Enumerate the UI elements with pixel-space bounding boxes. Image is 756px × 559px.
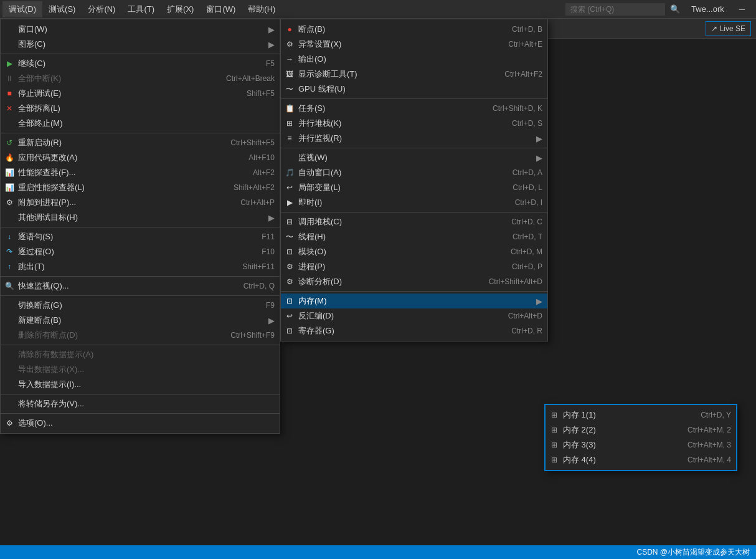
processes-icon: ⚙ <box>285 262 295 271</box>
live-share-button[interactable]: ↗ Live SE <box>706 21 751 36</box>
menu-other-targets[interactable]: 其他调试目标(H) ▶ <box>1 210 280 225</box>
separator-2 <box>1 133 280 133</box>
gpu-icon: 〜 <box>285 84 295 95</box>
menu-bar-right: 🔍 Twe...ork ─ <box>565 3 754 16</box>
status-bar: CSDN @小树苗渴望变成参天大树 <box>0 545 756 559</box>
wm-sep-1 <box>281 98 547 99</box>
wm-diagnostic-tools[interactable]: 🖼 显示诊断工具(T) Ctrl+Alt+F2 <box>281 67 547 82</box>
step-over-icon: ↷ <box>4 247 14 256</box>
menu-attach-process[interactable]: ⚙ 附加到进程(P)... Ctrl+Alt+P <box>1 195 280 210</box>
menu-delete-all-bp: 删除所有断点(D) Ctrl+Shift+F9 <box>1 328 280 343</box>
wm-output[interactable]: → 输出(O) <box>281 52 547 67</box>
menu-test[interactable]: 测试(S) <box>42 1 82 17</box>
wm-threads[interactable]: 〜 线程(H) Ctrl+D, T <box>281 229 547 244</box>
menu-help[interactable]: 帮助(H) <box>242 1 281 17</box>
search-input[interactable] <box>565 3 665 16</box>
menu-extend[interactable]: 扩展(X) <box>161 1 200 17</box>
menu-continue[interactable]: ▶ 继续(C) F5 <box>1 56 280 71</box>
wm-memory[interactable]: ⊡ 内存(M) ▶ <box>281 294 547 308</box>
wm-tasks[interactable]: 📋 任务(S) Ctrl+Shift+D, K <box>281 101 547 116</box>
step-into-icon: ↓ <box>4 232 14 241</box>
menu-quick-watch[interactable]: 🔍 快速监视(Q)... Ctrl+D, Q <box>1 279 280 294</box>
menu-save-dump[interactable]: 将转储另存为(V)... <box>1 396 280 411</box>
menu-window[interactable]: 窗口(W) <box>200 1 242 17</box>
menu-window-item[interactable]: 窗口(W) ▶ <box>1 22 280 37</box>
parallel-stack-icon: ⊞ <box>285 119 295 128</box>
memory-4[interactable]: ⊞ 内存 4(4) Ctrl+Alt+M, 4 <box>546 452 736 467</box>
menu-step-out[interactable]: ↑ 跳出(T) Shift+F11 <box>1 259 280 274</box>
menu-apply-code[interactable]: 🔥 应用代码更改(A) Alt+F10 <box>1 150 280 165</box>
memory-2[interactable]: ⊞ 内存 2(2) Ctrl+Alt+M, 2 <box>546 423 736 437</box>
restart-profiler-icon: 📊 <box>4 183 14 192</box>
menu-export-tips: 导出数据提示(X)... <box>1 362 280 377</box>
wm-watch[interactable]: 监视(W) ▶ <box>281 150 547 165</box>
immediate-icon: ▶ <box>285 198 295 207</box>
exception-icon: ⚙ <box>285 40 295 49</box>
diag-analysis-icon: ⚙ <box>285 277 295 286</box>
arrow-icon: ▶ <box>268 25 275 34</box>
menu-toggle-bp[interactable]: 切换断点(G) F9 <box>1 298 280 313</box>
menu-stop-debug[interactable]: ■ 停止调试(E) Shift+F5 <box>1 86 280 101</box>
menu-terminate-all[interactable]: 全部终止(M) <box>1 116 280 131</box>
share-icon: ↗ <box>711 24 717 33</box>
continue-icon: ▶ <box>4 59 14 68</box>
stop-icon: ■ <box>4 89 14 98</box>
memory-1[interactable]: ⊞ 内存 1(1) Ctrl+D, Y <box>546 408 736 423</box>
wm-breakpoints[interactable]: ● 断点(B) Ctrl+D, B <box>281 22 547 37</box>
menu-clear-tips: 清除所有数据提示(A) <box>1 347 280 362</box>
other-targets-arrow: ▶ <box>268 213 275 222</box>
locals-icon: ↩ <box>285 183 295 192</box>
separator-3 <box>1 227 280 227</box>
memory-3[interactable]: ⊞ 内存 3(3) Ctrl+Alt+M, 3 <box>546 437 736 452</box>
memory-2-icon: ⊞ <box>549 426 559 434</box>
wm-diag-analysis[interactable]: ⚙ 诊断分析(D) Ctrl+Shift+Alt+D <box>281 274 547 289</box>
wm-immediate[interactable]: ▶ 即时(I) Ctrl+D, I <box>281 195 547 210</box>
menu-debug[interactable]: 调试(D) <box>2 1 42 17</box>
wm-sep-4 <box>281 291 547 292</box>
menu-step-into[interactable]: ↓ 逐语句(S) F11 <box>1 229 280 244</box>
wm-gpu-threads[interactable]: 〜 GPU 线程(U) <box>281 82 547 97</box>
tasks-icon: 📋 <box>285 104 295 113</box>
window-title: Twe...ork <box>685 4 730 14</box>
separator-7 <box>1 394 280 394</box>
search-icon: 🔍 <box>670 4 680 14</box>
menu-perf-profiler[interactable]: 📊 性能探查器(F)... Alt+F2 <box>1 165 280 180</box>
separator-4 <box>1 276 280 277</box>
minimize-button[interactable]: ─ <box>735 4 749 14</box>
debug-menu-dropdown: 窗口(W) ▶ 图形(C) ▶ ▶ 继续(C) F5 ⏸ 全部中断(K) Ctr… <box>0 19 280 434</box>
wm-parallel-watch[interactable]: ≡ 并行监视(R) ▶ <box>281 131 547 146</box>
wm-autos[interactable]: 🎵 自动窗口(A) Ctrl+D, A <box>281 165 547 180</box>
parallel-watch-arrow: ▶ <box>536 134 542 143</box>
wm-locals[interactable]: ↩ 局部变量(L) Ctrl+D, L <box>281 180 547 195</box>
menu-detach-all[interactable]: ✕ 全部拆离(L) <box>1 101 280 116</box>
separator-1 <box>1 54 280 54</box>
menu-options[interactable]: ⚙ 选项(O)... <box>1 416 280 431</box>
wm-exception-settings[interactable]: ⚙ 异常设置(X) Ctrl+Alt+E <box>281 37 547 52</box>
memory-arrow: ▶ <box>536 297 542 306</box>
hotreload-icon: 🔥 <box>4 153 14 162</box>
wm-registers[interactable]: ⊡ 寄存器(G) Ctrl+D, R <box>281 323 547 338</box>
wm-disassembly[interactable]: ↩ 反汇编(D) Ctrl+Alt+D <box>281 308 547 323</box>
disassembly-icon: ↩ <box>285 312 295 320</box>
wm-modules[interactable]: ⊡ 模块(O) Ctrl+D, M <box>281 244 547 259</box>
diag-icon: 🖼 <box>285 70 295 79</box>
menu-restart-profiler[interactable]: 📊 重启性能探查器(L) Shift+Alt+F2 <box>1 180 280 195</box>
menu-new-bp[interactable]: 新建断点(B) ▶ <box>1 313 280 328</box>
menu-restart[interactable]: ↺ 重新启动(R) Ctrl+Shift+F5 <box>1 135 280 150</box>
arrow-icon: ▶ <box>268 40 275 49</box>
wm-callstack[interactable]: ⊟ 调用堆栈(C) Ctrl+D, C <box>281 214 547 229</box>
wm-processes[interactable]: ⚙ 进程(P) Ctrl+D, P <box>281 259 547 274</box>
step-out-icon: ↑ <box>4 262 14 271</box>
menu-import-tips[interactable]: 导入数据提示(I)... <box>1 377 280 392</box>
menu-tools[interactable]: 工具(T) <box>121 1 161 17</box>
menu-analyze[interactable]: 分析(N) <box>82 1 121 17</box>
autos-icon: 🎵 <box>285 168 295 177</box>
separator-5 <box>1 295 280 296</box>
separator-8 <box>1 413 280 414</box>
watch-arrow: ▶ <box>536 153 542 163</box>
menu-step-over[interactable]: ↷ 逐过程(O) F10 <box>1 244 280 259</box>
menu-graphics-item[interactable]: 图形(C) ▶ <box>1 37 280 52</box>
wm-parallel-stacks[interactable]: ⊞ 并行堆栈(K) Ctrl+D, S <box>281 116 547 131</box>
detach-icon: ✕ <box>4 104 14 113</box>
wm-sep-3 <box>281 212 547 213</box>
